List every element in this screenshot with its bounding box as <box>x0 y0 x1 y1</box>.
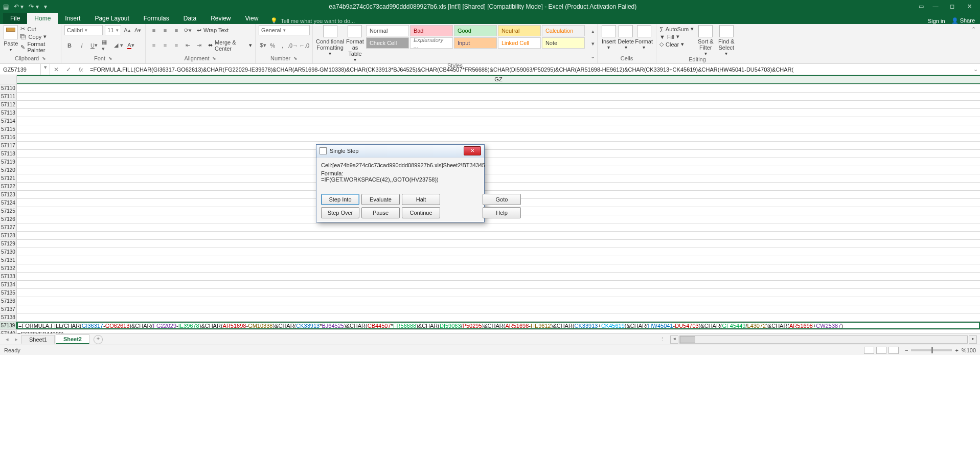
tab-review[interactable]: Review <box>203 13 238 24</box>
row-header[interactable]: 57112 <box>0 101 17 108</box>
zoom-slider[interactable] <box>911 349 952 351</box>
hscroll-right-icon[interactable]: ▸ <box>969 335 977 344</box>
name-box[interactable]: GZ57139 <box>0 64 41 75</box>
cell[interactable] <box>17 264 980 272</box>
align-bottom-icon[interactable]: ≡ <box>171 25 181 35</box>
cell[interactable] <box>17 101 980 108</box>
font-launcher-icon[interactable]: ⬊ <box>108 56 112 61</box>
style-neutral[interactable]: Neutral <box>498 25 541 36</box>
view-page-layout-icon[interactable] <box>876 347 886 354</box>
style-input[interactable]: Input <box>454 37 497 49</box>
sign-in-link[interactable]: Sign in <box>928 18 945 24</box>
merge-center-button[interactable]: ⬌Merge & Center ▾ <box>208 39 252 52</box>
autosum-button[interactable]: ∑AutoSum ▾ <box>659 25 694 33</box>
sheet-nav-next-icon[interactable]: ▸ <box>12 336 20 343</box>
view-normal-icon[interactable] <box>864 347 874 354</box>
zoom-in-icon[interactable]: + <box>955 347 958 353</box>
style-bad[interactable]: Bad <box>410 25 453 36</box>
expand-formula-bar-icon[interactable]: ⌄ <box>971 66 980 73</box>
alignment-launcher-icon[interactable]: ⬊ <box>212 56 216 61</box>
row-header[interactable]: 57139 <box>0 322 17 329</box>
fill-color-button[interactable]: ◢ ▾ <box>113 40 124 51</box>
enter-formula-icon[interactable]: ✓ <box>62 66 75 73</box>
sheet-tab-1[interactable]: Sheet1 <box>21 335 55 344</box>
undo-icon[interactable]: ↶ ▾ <box>14 3 24 10</box>
cell[interactable]: =FORMULA.FILL(CHAR(GI36317-GO62613)&CHAR… <box>17 322 980 329</box>
cell[interactable] <box>17 297 980 305</box>
tab-data[interactable]: Data <box>176 13 203 24</box>
continue-button[interactable]: Continue <box>402 207 440 218</box>
formula-input[interactable]: =FORMULA.FILL(CHAR(GI36317-GO62613)&CHAR… <box>87 66 971 73</box>
row-header[interactable]: 57135 <box>0 289 17 297</box>
hscroll-thumb[interactable] <box>680 336 695 343</box>
row-header[interactable]: 57128 <box>0 232 17 239</box>
style-linked[interactable]: Linked Cell <box>498 37 541 49</box>
bold-button[interactable]: B <box>64 40 75 51</box>
column-header-gz[interactable]: GZ <box>17 75 980 84</box>
hscroll-left-icon[interactable]: ◂ <box>670 335 678 344</box>
cancel-formula-icon[interactable]: ✕ <box>50 66 62 73</box>
cell[interactable] <box>17 93 980 100</box>
redo-icon[interactable]: ↷ ▾ <box>29 3 38 10</box>
wrap-text-button[interactable]: ↩Wrap Text <box>197 25 229 35</box>
align-center-icon[interactable]: ≡ <box>160 40 170 51</box>
row-header[interactable]: 57131 <box>0 256 17 264</box>
cut-button[interactable]: ✂Cut <box>20 25 58 33</box>
row-header[interactable]: 57132 <box>0 264 17 272</box>
orientation-icon[interactable]: ⟳▾ <box>183 25 193 35</box>
row-header[interactable]: 57121 <box>0 174 17 182</box>
sheet-tab-2[interactable]: Sheet2 <box>56 334 89 344</box>
align-right-icon[interactable]: ≡ <box>171 40 181 51</box>
dec-decimal-icon[interactable]: ←.0 <box>299 40 309 51</box>
select-all-corner[interactable] <box>0 75 17 84</box>
row-header[interactable]: 57120 <box>0 166 17 174</box>
row-header[interactable]: 57140 <box>0 330 17 333</box>
styles-more-icon[interactable]: ⌄ <box>588 51 598 61</box>
row-header[interactable]: 57137 <box>0 305 17 313</box>
cell[interactable] <box>17 281 980 288</box>
row-header[interactable]: 57119 <box>0 158 17 166</box>
cell[interactable] <box>17 166 980 174</box>
step-over-button[interactable]: Step Over <box>321 207 359 218</box>
goto-button[interactable]: Goto <box>483 194 521 205</box>
row-header[interactable]: 57123 <box>0 191 17 198</box>
tab-formulas[interactable]: Formulas <box>136 13 176 24</box>
cell[interactable] <box>17 289 980 297</box>
cell[interactable] <box>17 109 980 117</box>
cell[interactable] <box>17 183 980 190</box>
font-name-combo[interactable]: Calibri <box>64 25 103 35</box>
cell[interactable] <box>17 313 980 321</box>
clear-button[interactable]: ◇Clear ▾ <box>659 40 694 48</box>
row-header[interactable]: 57122 <box>0 183 17 190</box>
format-as-table-button[interactable]: Format as Table▾ <box>346 25 364 62</box>
row-header[interactable]: 57127 <box>0 223 17 231</box>
format-painter-button[interactable]: ✎Format Painter <box>20 40 58 54</box>
copy-button[interactable]: ⿻Copy ▾ <box>20 33 58 40</box>
row-header[interactable]: 57130 <box>0 248 17 256</box>
tab-home[interactable]: Home <box>27 13 58 24</box>
row-header[interactable]: 57114 <box>0 117 17 125</box>
style-checkcell[interactable]: Check Cell <box>366 37 409 49</box>
cell[interactable] <box>17 256 980 264</box>
row-header[interactable]: 57113 <box>0 109 17 117</box>
step-into-button[interactable]: Step Into <box>321 194 359 205</box>
cell[interactable]: =GOTO(FP44000) <box>17 330 980 333</box>
tell-me-box[interactable]: 💡Tell me what you want to do... <box>270 17 355 24</box>
increase-font-icon[interactable]: A▴ <box>123 25 132 35</box>
tab-insert[interactable]: Insert <box>58 13 87 24</box>
row-header[interactable]: 57138 <box>0 313 17 321</box>
conditional-formatting-button[interactable]: Conditional Formatting▾ <box>316 25 344 62</box>
dialog-close-button[interactable]: ✕ <box>464 146 481 155</box>
insert-cells-button[interactable]: Insert▾ <box>601 25 617 50</box>
font-size-combo[interactable]: 11 <box>105 25 121 35</box>
tab-page-layout[interactable]: Page Layout <box>87 13 136 24</box>
row-header[interactable]: 57111 <box>0 93 17 100</box>
delete-cells-button[interactable]: Delete▾ <box>618 25 634 50</box>
dialog-titlebar[interactable]: Single Step ✕ <box>316 145 484 158</box>
font-color-button[interactable]: A ▾ <box>126 40 136 51</box>
sort-filter-button[interactable]: Sort & Filter▾ <box>697 25 714 56</box>
find-select-button[interactable]: Find & Select▾ <box>718 25 735 56</box>
cell[interactable] <box>17 174 980 182</box>
new-sheet-button[interactable]: + <box>94 335 103 344</box>
tab-file[interactable]: File <box>3 13 27 24</box>
